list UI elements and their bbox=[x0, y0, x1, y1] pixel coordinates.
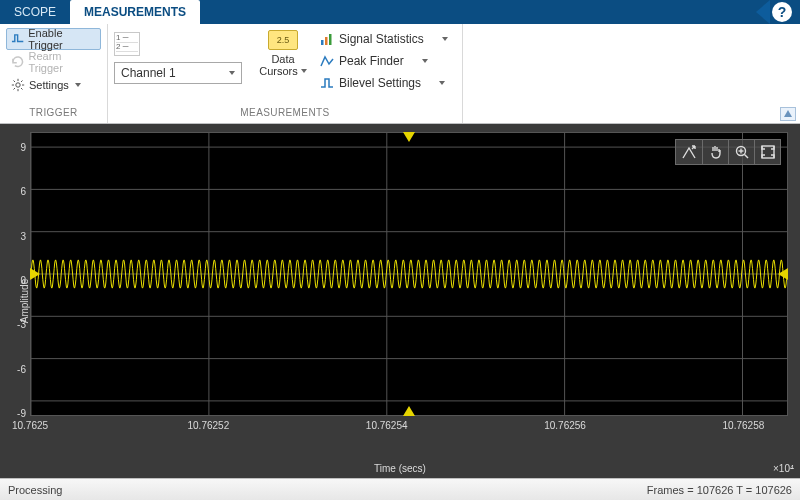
x-tick-label: 10.76254 bbox=[366, 420, 408, 431]
x-tick-label: 10.76252 bbox=[187, 420, 229, 431]
y-tick-label: 9 bbox=[4, 141, 30, 152]
chevron-down-icon bbox=[229, 71, 235, 75]
y-tick-label: -9 bbox=[4, 408, 30, 419]
status-bar: Processing Frames = 107626 T = 107626 bbox=[0, 478, 800, 500]
bilevel-icon bbox=[320, 76, 334, 90]
channel-select-value: Channel 1 bbox=[121, 66, 176, 80]
zoom-button[interactable] bbox=[728, 140, 754, 164]
svg-rect-10 bbox=[325, 37, 328, 45]
stats-icon bbox=[320, 32, 334, 46]
help-chevron bbox=[756, 0, 770, 24]
group-measurements: 1 ─2 ─ Channel 1 2.5 Data Cursors bbox=[108, 24, 463, 123]
group-measurements-title: MEASUREMENTS bbox=[108, 107, 462, 123]
trigger-marker-top[interactable] bbox=[403, 132, 415, 142]
status-right: Frames = 107626 T = 107626 bbox=[647, 484, 792, 496]
stats-column: Signal Statistics Peak Finder Bilevel Se… bbox=[316, 28, 452, 94]
tab-scope[interactable]: SCOPE bbox=[0, 0, 70, 24]
svg-point-0 bbox=[16, 83, 20, 87]
plot-svg bbox=[31, 133, 787, 415]
trigger-marker-left[interactable] bbox=[30, 268, 40, 280]
channel-number-selector[interactable]: 1 ─2 ─ bbox=[114, 32, 140, 56]
x-tick-label: 10.7625 bbox=[12, 420, 48, 431]
data-cursors-icon: 2.5 bbox=[268, 30, 298, 50]
tab-bar: SCOPE MEASUREMENTS ? bbox=[0, 0, 800, 24]
peak-finder-label: Peak Finder bbox=[339, 54, 404, 68]
data-cursors-button[interactable]: 2.5 Data Cursors bbox=[256, 28, 310, 77]
trigger-pulse-icon bbox=[11, 32, 24, 46]
status-left: Processing bbox=[8, 484, 62, 496]
fit-to-view-button[interactable] bbox=[754, 140, 780, 164]
chevron-down-icon bbox=[422, 59, 428, 63]
trigger-marker-right[interactable] bbox=[778, 268, 788, 280]
svg-rect-11 bbox=[329, 34, 332, 45]
chevron-down-icon bbox=[301, 69, 307, 73]
y-tick-label: -6 bbox=[4, 363, 30, 374]
plot-surface[interactable] bbox=[30, 132, 788, 416]
y-tick-label: -3 bbox=[4, 319, 30, 330]
plot-toolbar bbox=[675, 139, 781, 165]
chevron-down-icon bbox=[442, 37, 448, 41]
x-tick-label: 10.76256 bbox=[544, 420, 586, 431]
svg-line-8 bbox=[21, 81, 23, 83]
enable-trigger-label: Enable Trigger bbox=[28, 27, 96, 51]
axes-area: -9-6-30369 10.762510.7625210.762 bbox=[30, 132, 788, 438]
data-cursors-label1: Data bbox=[271, 53, 294, 65]
ribbon-collapse-button[interactable] bbox=[780, 107, 796, 121]
svg-rect-9 bbox=[321, 40, 324, 45]
trigger-settings-button[interactable]: Settings bbox=[6, 74, 101, 96]
peak-finder-button[interactable]: Peak Finder bbox=[316, 50, 452, 72]
svg-line-5 bbox=[14, 81, 16, 83]
help-button[interactable]: ? bbox=[772, 2, 792, 22]
peak-icon bbox=[320, 54, 334, 68]
chevron-down-icon bbox=[439, 81, 445, 85]
autoscale-button[interactable] bbox=[676, 140, 702, 164]
enable-trigger-button[interactable]: Enable Trigger bbox=[6, 28, 101, 50]
group-trigger-title: TRIGGER bbox=[0, 107, 107, 123]
x-axis-label: Time (secs) bbox=[374, 463, 426, 474]
meas-left-col: 1 ─2 ─ Channel 1 bbox=[114, 28, 242, 84]
gear-icon bbox=[11, 78, 25, 92]
trigger-settings-label: Settings bbox=[29, 79, 69, 91]
x-axis-exponent: ×10⁴ bbox=[773, 463, 794, 474]
x-ticks: 10.762510.7625210.7625410.7625610.76258 bbox=[30, 418, 788, 438]
ribbon: Enable Trigger Rearm Trigger Settings bbox=[0, 24, 800, 124]
signal-statistics-label: Signal Statistics bbox=[339, 32, 424, 46]
rearm-trigger-button: Rearm Trigger bbox=[6, 51, 101, 73]
rearm-trigger-label: Rearm Trigger bbox=[28, 50, 96, 74]
trigger-marker-bottom[interactable] bbox=[403, 406, 415, 416]
data-cursors-label2: Cursors bbox=[259, 65, 298, 77]
svg-line-7 bbox=[14, 88, 16, 90]
y-tick-label: 6 bbox=[4, 186, 30, 197]
plot-container: Amplitude Time (secs) ×10⁴ -9-6-30369 bbox=[0, 124, 800, 478]
collapse-icon bbox=[783, 109, 793, 119]
rearm-icon bbox=[11, 55, 24, 69]
app-root: SCOPE MEASUREMENTS ? Enable Trigger bbox=[0, 0, 800, 500]
y-tick-label: 0 bbox=[4, 275, 30, 286]
channel-select[interactable]: Channel 1 bbox=[114, 62, 242, 84]
pan-button[interactable] bbox=[702, 140, 728, 164]
x-tick-label: 10.76258 bbox=[723, 420, 765, 431]
tab-measurements[interactable]: MEASUREMENTS bbox=[70, 0, 200, 24]
chevron-down-icon bbox=[75, 83, 81, 87]
bilevel-settings-label: Bilevel Settings bbox=[339, 76, 421, 90]
svg-line-25 bbox=[744, 155, 748, 159]
y-tick-label: 3 bbox=[4, 230, 30, 241]
svg-line-6 bbox=[21, 88, 23, 90]
bilevel-settings-button[interactable]: Bilevel Settings bbox=[316, 72, 452, 94]
group-trigger: Enable Trigger Rearm Trigger Settings bbox=[0, 24, 108, 123]
svg-rect-28 bbox=[762, 146, 774, 158]
signal-statistics-button[interactable]: Signal Statistics bbox=[316, 28, 452, 50]
